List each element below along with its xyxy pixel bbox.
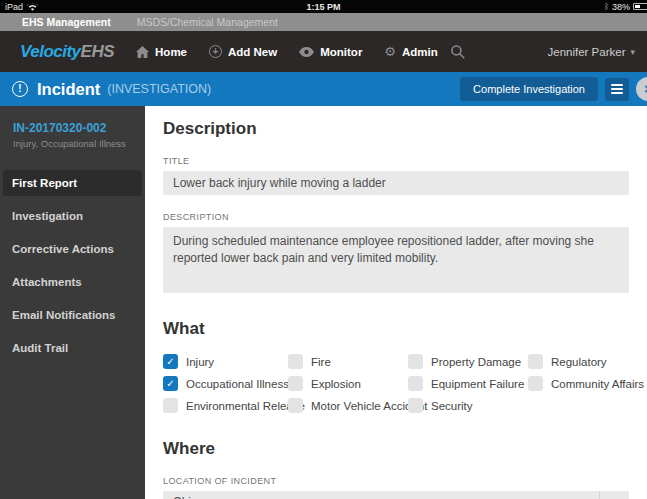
hamburger-bar bbox=[611, 92, 623, 94]
description-field-label: DESCRIPTION bbox=[163, 212, 629, 222]
tab-ehs-management[interactable]: EHS Management bbox=[22, 16, 111, 28]
checkbox-box: ✓ bbox=[528, 354, 543, 369]
checkbox-label: Fire bbox=[311, 356, 331, 368]
nav-item-admin[interactable]: ⚙ Admin bbox=[384, 45, 437, 58]
checkbox-box: ✓ bbox=[163, 376, 178, 391]
checkbox-injury[interactable]: ✓ Injury bbox=[163, 354, 288, 369]
checkbox-label: Security bbox=[431, 400, 473, 412]
bluetooth-icon: ᛒ bbox=[604, 2, 609, 11]
hamburger-menu-button[interactable] bbox=[605, 78, 629, 101]
checkbox-fire[interactable]: ✓ Fire bbox=[288, 354, 408, 369]
checkbox-box: ✓ bbox=[288, 398, 303, 413]
location-select-value: Chicago bbox=[163, 495, 599, 499]
section-heading-where: Where bbox=[163, 439, 629, 459]
sidebar-menu: First Report Investigation Corrective Ac… bbox=[0, 170, 145, 361]
checkbox-security[interactable]: ✓ Security bbox=[408, 398, 528, 413]
checkbox-box: ✓ bbox=[408, 376, 423, 391]
logo-primary-text: Velocity bbox=[20, 42, 81, 61]
plus-circle-icon: + bbox=[209, 45, 222, 58]
incident-alert-icon: ! bbox=[12, 81, 28, 97]
checkbox-property-damage[interactable]: ✓ Property Damage bbox=[408, 354, 528, 369]
tab-msds-chemical-management[interactable]: MSDS/Chemical Management bbox=[137, 16, 278, 28]
complete-investigation-button[interactable]: Complete Investigation bbox=[460, 77, 598, 101]
checkbox-box: ✓ bbox=[528, 376, 543, 391]
incident-type-checkbox-grid: ✓ Injury ✓ Occupational Illness ✓ Enviro… bbox=[163, 354, 629, 413]
select-chevron-down-icon bbox=[599, 491, 629, 499]
status-time: 1:15 PM bbox=[0, 2, 647, 12]
main-nav-bar: VelocityEHS Home + Add New Monitor bbox=[0, 31, 647, 72]
sidebar-item-email-notifications[interactable]: Email Notifications bbox=[3, 302, 142, 328]
hamburger-bar bbox=[611, 84, 623, 86]
battery-icon bbox=[633, 3, 647, 10]
search-icon[interactable] bbox=[450, 44, 465, 59]
record-subtitle: Injury, Occupational Illness bbox=[0, 135, 145, 149]
checkbox-label: Regulatory bbox=[551, 356, 607, 368]
exclamation-glyph: ! bbox=[18, 84, 21, 94]
checkbox-label: Community Affairs bbox=[551, 378, 644, 390]
checkbox-label: Explosion bbox=[311, 378, 361, 390]
checkbox-environmental-release[interactable]: ✓ Environmental Release bbox=[163, 398, 288, 413]
checkbox-occupational-illness[interactable]: ✓ Occupational Illness bbox=[163, 376, 288, 391]
title-input[interactable] bbox=[163, 171, 629, 195]
record-id-link[interactable]: IN-20170320-002 bbox=[0, 121, 145, 135]
title-field-label: TITLE bbox=[163, 156, 629, 166]
product-tab-bar: EHS Management MSDS/Chemical Management bbox=[0, 13, 647, 31]
velocityehs-logo[interactable]: VelocityEHS bbox=[20, 42, 114, 62]
description-textarea[interactable]: During scheduled maintenance employee re… bbox=[163, 227, 629, 293]
checkbox-box: ✓ bbox=[408, 398, 423, 413]
close-button[interactable]: × bbox=[636, 77, 647, 101]
checkbox-box: ✓ bbox=[288, 376, 303, 391]
checkbox-box: ✓ bbox=[408, 354, 423, 369]
logo-secondary-text: EHS bbox=[81, 42, 114, 61]
checkmark-icon: ✓ bbox=[163, 354, 178, 369]
checkbox-label: Equipment Failure bbox=[431, 378, 524, 390]
sidebar-item-corrective-actions[interactable]: Corrective Actions bbox=[3, 236, 142, 262]
user-menu[interactable]: Jennifer Parker ▾ bbox=[547, 46, 635, 58]
screen: iPad 1:15 PM ᛒ 38% EHS Management MSDS/C… bbox=[0, 0, 647, 499]
checkbox-motor-vehicle-accident[interactable]: ✓ Motor Vehicle Accident bbox=[288, 398, 408, 413]
checkbox-community-affairs[interactable]: ✓ Community Affairs bbox=[528, 376, 644, 391]
checkbox-label: Occupational Illness bbox=[186, 378, 289, 390]
nav-item-home[interactable]: Home bbox=[136, 46, 187, 58]
checkbox-box: ✓ bbox=[163, 354, 178, 369]
gear-icon: ⚙ bbox=[384, 45, 396, 58]
page-title: Incident bbox=[37, 80, 100, 99]
checkbox-box: ✓ bbox=[288, 354, 303, 369]
home-icon bbox=[136, 46, 149, 58]
checkbox-label: Injury bbox=[186, 356, 214, 368]
nav-item-label: Home bbox=[155, 46, 187, 58]
nav-item-label: Admin bbox=[402, 46, 438, 58]
location-field-label: LOCATION OF INCIDENT bbox=[163, 476, 629, 486]
nav-item-add-new[interactable]: + Add New bbox=[209, 45, 277, 58]
battery-percent: 38% bbox=[612, 2, 630, 12]
plus-glyph: + bbox=[213, 47, 219, 57]
record-sidebar: IN-20170320-002 Injury, Occupational Ill… bbox=[0, 106, 145, 499]
checkbox-explosion[interactable]: ✓ Explosion bbox=[288, 376, 408, 391]
checkbox-regulatory[interactable]: ✓ Regulatory bbox=[528, 354, 644, 369]
checkmark-icon: ✓ bbox=[163, 376, 178, 391]
incident-header-bar: ! Incident (INVESTIGATION) Complete Inve… bbox=[0, 72, 647, 106]
checkbox-box: ✓ bbox=[163, 398, 178, 413]
section-heading-what: What bbox=[163, 319, 629, 339]
sidebar-item-attachments[interactable]: Attachments bbox=[3, 269, 142, 295]
ios-status-bar: iPad 1:15 PM ᛒ 38% bbox=[0, 0, 647, 13]
nav-item-label: Add New bbox=[228, 46, 277, 58]
user-name: Jennifer Parker bbox=[547, 46, 625, 58]
first-report-form: Description TITLE DESCRIPTION During sch… bbox=[145, 106, 647, 499]
eye-icon bbox=[299, 47, 314, 57]
checkbox-label: Property Damage bbox=[431, 356, 521, 368]
nav-item-monitor[interactable]: Monitor bbox=[299, 46, 362, 58]
sidebar-item-audit-trail[interactable]: Audit Trail bbox=[3, 335, 142, 361]
nav-item-label: Monitor bbox=[320, 46, 362, 58]
checkbox-equipment-failure[interactable]: ✓ Equipment Failure bbox=[408, 376, 528, 391]
sidebar-item-investigation[interactable]: Investigation bbox=[3, 203, 142, 229]
hamburger-bar bbox=[611, 88, 623, 90]
sidebar-item-first-report[interactable]: First Report bbox=[3, 170, 142, 196]
location-select[interactable]: Chicago bbox=[163, 491, 629, 499]
section-heading-description: Description bbox=[163, 119, 629, 139]
workflow-stage-label: (INVESTIGATION) bbox=[107, 82, 211, 96]
chevron-down-icon: ▾ bbox=[630, 47, 635, 57]
